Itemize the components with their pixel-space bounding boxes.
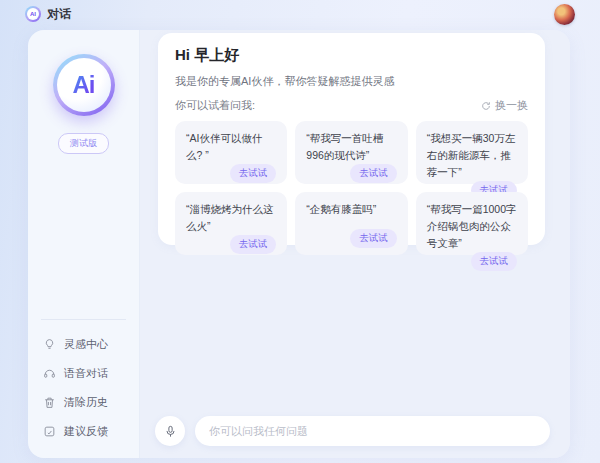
microphone-icon xyxy=(164,425,177,438)
main-area: Hi 早上好 我是你的专属AI伙伴，帮你答疑解惑提供灵感 你可以试着问我: 换一… xyxy=(140,30,570,458)
sidebar-item-feedback[interactable]: 建议反馈 xyxy=(28,417,139,446)
sidebar-item-label: 建议反馈 xyxy=(64,424,108,439)
refresh-label: 换一换 xyxy=(495,98,528,113)
sidebar: Ai 测试版 灵感中心 语音对话 清除历史 建议反馈 xyxy=(28,30,140,458)
sidebar-menu: 灵感中心 语音对话 清除历史 建议反馈 xyxy=(28,319,139,458)
greeting-title: Hi 早上好 xyxy=(175,46,528,65)
suggestion-question: “企鹅有膝盖吗” xyxy=(306,201,396,218)
app-logo-icon: AI xyxy=(25,6,41,22)
suggestion-card[interactable]: “帮我写一首吐槽996的现代诗” 去试试 xyxy=(295,121,407,184)
suggestion-question: “帮我写一首吐槽996的现代诗” xyxy=(306,130,396,164)
trash-icon xyxy=(43,396,56,409)
try-it-button[interactable]: 去试试 xyxy=(471,252,518,271)
suggestion-card[interactable]: “帮我写一篇1000字介绍锅包肉的公众号文章” 去试试 xyxy=(416,192,528,255)
suggestion-card[interactable]: “淄博烧烤为什么这么火” 去试试 xyxy=(175,192,287,255)
feedback-icon xyxy=(43,425,56,438)
suggestion-grid: “AI伙伴可以做什么? ” 去试试 “帮我写一首吐槽996的现代诗” 去试试 “… xyxy=(175,121,528,255)
sidebar-item-inspiration[interactable]: 灵感中心 xyxy=(28,330,139,359)
sidebar-divider xyxy=(41,319,126,320)
ai-logo: Ai xyxy=(53,54,115,116)
sidebar-item-label: 灵感中心 xyxy=(64,337,108,352)
microphone-button[interactable] xyxy=(155,416,185,446)
suggestion-card[interactable]: “企鹅有膝盖吗” 去试试 xyxy=(295,192,407,255)
try-it-button[interactable]: 去试试 xyxy=(350,229,397,248)
refresh-icon xyxy=(481,101,491,111)
greeting-subtitle: 我是你的专属AI伙伴，帮你答疑解惑提供灵感 xyxy=(175,74,528,89)
suggestion-question: “我想买一辆30万左右的新能源车，推荐一下” xyxy=(427,130,517,181)
sidebar-item-label: 清除历史 xyxy=(64,395,108,410)
suggestion-card[interactable]: “AI伙伴可以做什么? ” 去试试 xyxy=(175,121,287,184)
prompt-label: 你可以试着问我: xyxy=(175,98,255,113)
suggestion-card[interactable]: “我想买一辆30万左右的新能源车，推荐一下” 去试试 xyxy=(416,121,528,184)
suggestion-question: “帮我写一篇1000字介绍锅包肉的公众号文章” xyxy=(427,201,517,252)
suggestion-question: “淄博烧烤为什么这么火” xyxy=(186,201,276,235)
top-bar: AI 对话 xyxy=(0,0,600,28)
sidebar-item-clear-history[interactable]: 清除历史 xyxy=(28,388,139,417)
try-it-button[interactable]: 去试试 xyxy=(350,164,397,183)
welcome-panel: Hi 早上好 我是你的专属AI伙伴，帮你答疑解惑提供灵感 你可以试着问我: 换一… xyxy=(158,33,545,245)
try-it-button[interactable]: 去试试 xyxy=(230,235,277,254)
try-it-button[interactable]: 去试试 xyxy=(230,164,277,183)
user-avatar[interactable] xyxy=(554,4,575,25)
sidebar-item-voice-chat[interactable]: 语音对话 xyxy=(28,359,139,388)
app-shell: Ai 测试版 灵感中心 语音对话 清除历史 建议反馈 xyxy=(28,30,570,458)
prompt-row: 你可以试着问我: 换一换 xyxy=(175,98,528,113)
suggestion-question: “AI伙伴可以做什么? ” xyxy=(186,130,276,164)
beta-badge[interactable]: 测试版 xyxy=(58,133,109,154)
chat-input-row xyxy=(155,416,550,446)
lightbulb-icon xyxy=(43,338,56,351)
ai-logo-text: Ai xyxy=(73,71,95,99)
chat-input[interactable] xyxy=(195,416,550,446)
app-title: 对话 xyxy=(47,6,71,23)
headset-icon xyxy=(43,367,56,380)
sidebar-item-label: 语音对话 xyxy=(64,366,108,381)
refresh-suggestions-button[interactable]: 换一换 xyxy=(481,98,528,113)
